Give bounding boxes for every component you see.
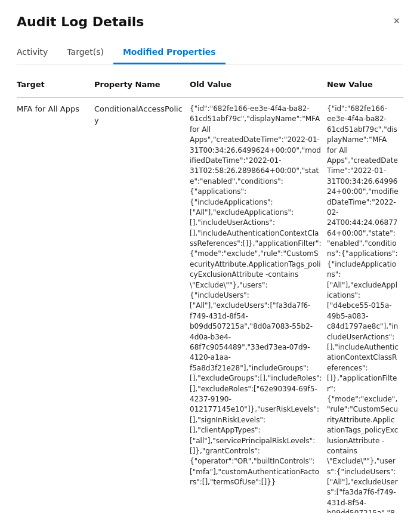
table-row: MFA for All Apps ConditionalAccessPolicy… — [17, 98, 403, 513]
tab-activity[interactable]: Activity — [17, 41, 57, 64]
tab-bar: Activity Target(s) Modified Properties — [17, 41, 403, 64]
cell-target: MFA for All Apps — [17, 104, 94, 115]
audit-log-dialog: Audit Log Details × Activity Target(s) M… — [0, 0, 420, 513]
col-header-target: Target — [17, 76, 94, 92]
dialog-header: Audit Log Details × — [17, 14, 403, 29]
modified-properties-table: Target Property Name Old Value New Value… — [17, 76, 403, 513]
tab-modified-properties[interactable]: Modified Properties — [113, 41, 226, 64]
col-header-new-value: New Value — [327, 76, 403, 92]
cell-new-value: {"id":"682fe166-ee3e-4f4a-ba82-61cd51abf… — [327, 104, 403, 513]
col-header-old-value: Old Value — [190, 76, 327, 92]
cell-property-name: ConditionalAccessPolicy — [94, 104, 190, 126]
dialog-title: Audit Log Details — [17, 14, 144, 29]
table-header: Target Property Name Old Value New Value — [17, 76, 403, 98]
col-header-property-name: Property Name — [94, 76, 190, 92]
tab-targets[interactable]: Target(s) — [57, 41, 113, 64]
close-button[interactable]: × — [390, 14, 403, 27]
cell-old-value: {"id":"682fe166-ee3e-4f4a-ba82-61cd51abf… — [190, 104, 327, 487]
